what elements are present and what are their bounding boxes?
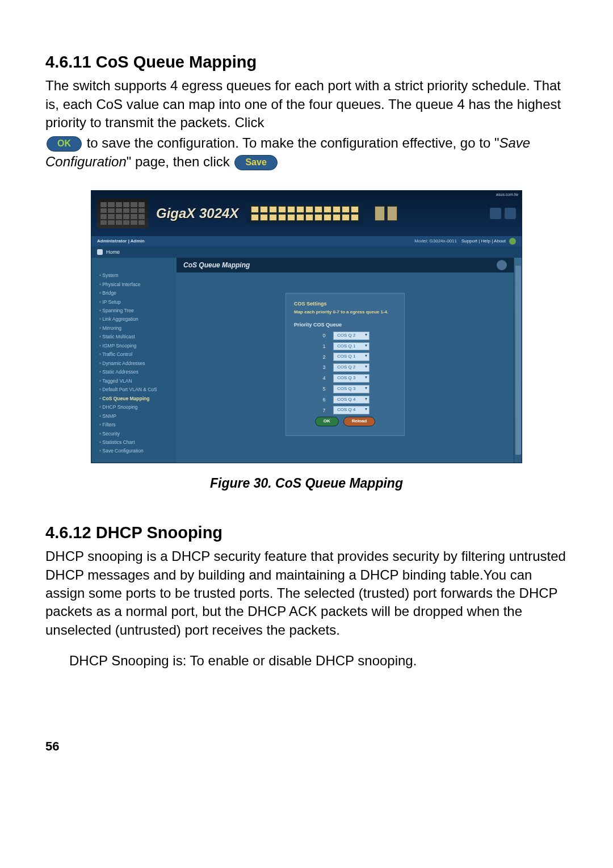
header-icons [490,208,516,219]
sidebar-item[interactable]: Link Aggregation [99,316,172,322]
priority-label: 5 [321,385,328,392]
sidebar-item[interactable]: Traffic Control [99,351,172,358]
heading-dhcp: 4.6.12 DHCP Snooping [45,522,568,544]
figure-caption: Figure 30. CoS Queue Mapping [45,475,568,492]
cos-card-sub: Map each priority 0-7 to a egress queue … [294,309,396,315]
status-dot-icon [509,238,516,245]
cos-paragraph-1: The switch supports 4 egress queues for … [45,77,568,132]
home-label[interactable]: Home [106,249,120,255]
subbar-tabs[interactable]: Support | Help | About [461,238,506,245]
sidebar-item[interactable]: DHCP Snooping [99,404,172,410]
product-logo: GigaX 3024X [156,204,238,223]
sidebar-item[interactable]: CoS Queue Mapping [99,396,172,402]
switch-image [97,199,148,228]
priority-label: 6 [321,396,328,403]
main-panel: CoS Queue Mapping COS Settings Map each … [177,258,514,463]
section-cos-queue-mapping: 4.6.11 CoS Queue Mapping The switch supp… [45,51,568,171]
ok-button-inline[interactable]: OK [47,136,82,152]
sidebar-item[interactable]: Physical Interface [99,282,172,288]
sidebar-item[interactable]: System [99,272,172,279]
cos-text-1b-before: to save the configuration. To make the c… [87,135,499,150]
sfp-ports [375,206,397,221]
panel-title-icon [497,260,507,270]
cos-row: 7COS Q 4 [294,406,396,414]
priority-label: 7 [321,407,328,414]
sidebar-item[interactable]: Save Configuration [99,448,172,454]
cos-row: 5COS Q 3 [294,385,396,393]
panel-reload-button[interactable]: Reload [343,417,376,426]
panel-title-bar: CoS Queue Mapping [177,258,514,272]
sidebar-item[interactable]: Dynamic Addresses [99,360,172,367]
screenshot-header: GigaX 3024X [91,191,522,236]
screenshot-body: SystemPhysical InterfaceBridgeIP SetupSp… [91,258,522,463]
subbar-left: Administrator | Admin [97,238,145,245]
sub-bar: Administrator | Admin Model: G3024x-0011… [91,236,522,246]
cos-row: 3COS Q 2 [294,363,396,372]
sidebar-item[interactable]: Tagged VLAN [99,378,172,384]
home-small-icon[interactable] [97,249,103,255]
sidebar-item[interactable]: Statistics Chart [99,439,172,446]
priority-label: 4 [321,375,328,381]
page-number: 56 [45,738,568,755]
cos-queue-select[interactable]: COS Q 3 [333,385,370,393]
heading-cos: 4.6.11 CoS Queue Mapping [45,51,568,73]
cos-row: 0COS Q 2 [294,332,396,340]
sidebar-item[interactable]: Mirroring [99,325,172,332]
cos-table-header: Priority COS Queue [294,321,396,328]
sidebar-item[interactable]: Filters [99,422,172,428]
cos-queue-select[interactable]: COS Q 3 [333,374,370,383]
sidebar-item[interactable]: Static Multicast [99,334,172,340]
cos-rows: 0COS Q 21COS Q 12COS Q 13COS Q 24COS Q 3… [294,332,396,414]
sidebar-item[interactable]: Bridge [99,290,172,296]
panel-title-text: CoS Queue Mapping [183,261,250,270]
home-icon[interactable] [505,208,516,219]
priority-label: 3 [321,364,328,371]
save-button-inline[interactable]: Save [234,155,277,170]
priority-label: 2 [321,354,328,360]
sidebar-item[interactable]: Static Addresses [99,369,172,375]
cos-row: 6COS Q 4 [294,396,396,404]
help-icon[interactable] [490,208,501,219]
section-dhcp-snooping: 4.6.12 DHCP Snooping DHCP snooping is a … [45,522,568,670]
corner-link: asus.com.tw [496,192,518,197]
scroll-thumb[interactable] [515,266,521,455]
cos-text-1b-after: " page, then click [127,154,230,169]
sidebar-item[interactable]: Default Port VLAN & CoS [99,387,172,393]
dhcp-paragraph-1: DHCP snooping is a DHCP security feature… [45,547,568,639]
scrollbar[interactable] [514,258,522,463]
cos-paragraph-2: OK to save the configuration. To make th… [45,134,568,171]
cos-row: 2COS Q 1 [294,353,396,361]
cos-queue-select[interactable]: COS Q 1 [333,342,370,351]
cos-settings-card: COS Settings Map each priority 0-7 to a … [285,293,405,436]
priority-label: 0 [321,332,328,339]
nav-sidebar: SystemPhysical InterfaceBridgeIP SetupSp… [91,258,177,463]
dhcp-paragraph-2: DHCP Snooping is: To enable or disable D… [69,652,568,670]
cos-row: 1COS Q 1 [294,342,396,351]
cos-row: 4COS Q 3 [294,374,396,383]
sidebar-item[interactable]: IGMP Snooping [99,343,172,349]
home-bar: Home [91,246,522,258]
cos-queue-select[interactable]: COS Q 4 [333,396,370,404]
figure-screenshot: asus.com.tw GigaX 3024X Admini [91,190,522,463]
subbar-right: Model: G3024x-0011 [414,238,457,245]
cos-text-1a: The switch supports 4 egress queues for … [45,78,561,130]
panel-buttons: OK Reload [294,417,396,426]
cos-queue-select[interactable]: COS Q 4 [333,406,370,414]
cos-queue-select[interactable]: COS Q 1 [333,353,370,361]
sidebar-item[interactable]: Spanning Tree [99,308,172,314]
priority-label: 1 [321,343,328,350]
cos-queue-select[interactable]: COS Q 2 [333,363,370,372]
cos-queue-select[interactable]: COS Q 2 [333,332,370,340]
port-map [246,203,363,224]
sidebar-item[interactable]: SNMP [99,413,172,420]
sidebar-item[interactable]: IP Setup [99,299,172,305]
cos-card-header: COS Settings [294,300,396,307]
sidebar-item[interactable]: Security [99,431,172,437]
panel-ok-button[interactable]: OK [315,417,339,426]
